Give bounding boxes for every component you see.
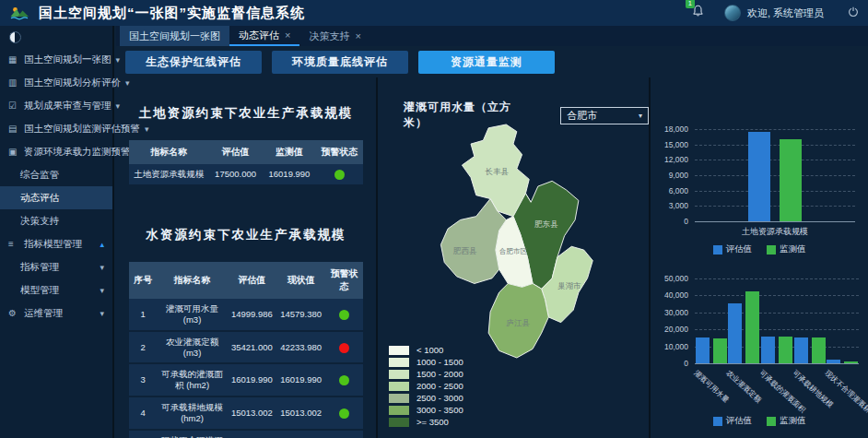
user-avatar[interactable] [724, 5, 741, 21]
gridline [695, 191, 855, 192]
tab-close-icon[interactable]: × [285, 30, 290, 41]
sidebar-item[interactable]: ▣资源环境承载力监测预警▴ [0, 140, 112, 163]
table-cell: 14999.986 [228, 299, 276, 331]
bar-评估值[interactable] [761, 337, 775, 363]
y-tick-label: 20,000 [651, 325, 688, 334]
chart-legend-item[interactable]: 评估值 [713, 415, 753, 427]
sidebar: ▦国土空间规划一张图▾▥国土空间规划分析评价▾☑规划成果审查与管理▾▤国土空间规… [0, 26, 114, 438]
button-resource-flux[interactable]: 资源通量监测 [418, 51, 555, 74]
bar-监测值[interactable] [844, 361, 858, 363]
legend-label: 监测值 [780, 415, 806, 427]
sidebar-item[interactable]: 动态评估 [0, 186, 112, 209]
legend-swatch [389, 394, 409, 403]
map-label: 庐江县 [506, 319, 530, 328]
gridline [695, 145, 855, 146]
bar-监测值[interactable] [779, 337, 792, 363]
tab-dynamic-assessment[interactable]: 动态评估 × [229, 26, 299, 46]
table-cell: 现状不合理灌溉耕地面积(hm2) [157, 430, 227, 438]
table-row: 5现状不合理灌溉耕地面积(hm2)2099.9991300.000 [129, 430, 363, 438]
chart-legend: 评估值监测值 [651, 243, 868, 255]
bar-监测值[interactable] [780, 139, 802, 221]
logout-power-icon[interactable] [848, 5, 859, 21]
notification-bell-icon[interactable]: 1 [692, 5, 704, 21]
sidebar-item[interactable]: ☑规划成果审查与管理▾ [0, 94, 112, 117]
tab-close-icon[interactable]: × [355, 30, 360, 41]
y-tick-label: 0 [651, 359, 688, 368]
legend-label: 评估值 [726, 415, 753, 427]
list-icon: ≡ [8, 239, 19, 249]
status-cell [325, 299, 363, 331]
gridline [695, 329, 859, 330]
sidebar-item[interactable]: 模型管理▾ [0, 278, 112, 302]
app-logo-icon [9, 6, 31, 21]
sidebar-collapse-toggle[interactable] [9, 31, 21, 43]
legend-item: 1500 - 2000 [389, 369, 463, 379]
legend-label: 监测值 [780, 243, 806, 255]
bar-评估值[interactable] [748, 132, 770, 221]
sidebar-item-label: 资源环境承载力监测预警 [24, 146, 131, 159]
table-cell: 土地资源承载规模 [129, 164, 208, 185]
tab-bar: 国土空间规划一张图 动态评估 × 决策支持 × [116, 26, 868, 46]
x-category-label: 土地资源承载规模 [710, 226, 839, 238]
table-cell: 15013.002 [228, 397, 276, 430]
y-tick-label: 0 [651, 217, 688, 226]
chart-legend-item[interactable]: 监测值 [767, 415, 806, 427]
table-cell: 1 [129, 299, 157, 331]
table-cell: 1300.000 [276, 430, 325, 438]
bar-评估值[interactable] [728, 303, 742, 363]
button-env-quality[interactable]: 环境质量底线评估 [272, 51, 408, 74]
top-header: 国土空间规划“一张图”实施监督信息系统 1 欢迎, 系统管理员 [0, 0, 868, 26]
chart-legend-item[interactable]: 评估值 [713, 243, 753, 255]
sidebar-item[interactable]: 指标管理▾ [0, 255, 112, 278]
chevron-down-icon: ▾ [639, 112, 642, 120]
tab-one-map[interactable]: 国土空间规划一张图 [120, 26, 229, 46]
table-cell: 14579.380 [276, 299, 325, 331]
table-row: 土地资源承载规模17500.00016019.990 [129, 164, 363, 185]
table-header-cell: 指标名称 [157, 262, 227, 299]
bar-评估值[interactable] [827, 360, 840, 363]
gear-icon: ⚙ [8, 308, 19, 318]
legend-swatch [389, 358, 409, 367]
page-title: 国土空间规划“一张图”实施监督信息系统 [39, 5, 305, 22]
bar-评估值[interactable] [696, 337, 710, 363]
chart-legend-item[interactable]: 监测值 [767, 243, 806, 255]
status-cell [325, 397, 363, 430]
table-cell: 灌溉可用水量 (m3) [157, 299, 227, 331]
y-tick-label: 12,000 [651, 155, 688, 164]
table-cell: 35421.000 [228, 331, 276, 364]
sub-tab-row: 生态保护红线评估 环境质量底线评估 资源通量监测 [116, 46, 868, 77]
legend-label: 1500 - 2000 [416, 369, 463, 379]
sidebar-item[interactable]: 决策支持 [0, 209, 112, 232]
legend-swatch [389, 382, 409, 391]
tab-decision-support[interactable]: 决策支持 × [299, 26, 369, 46]
table-cell: 农业灌溉定额 (m3) [157, 331, 227, 364]
app-window: 国土空间规划“一张图”实施监督信息系统 1 欢迎, 系统管理员 ▦国土空间规划一… [0, 0, 868, 438]
sidebar-item[interactable]: ⚙运维管理▾ [0, 302, 112, 325]
welcome-text: 欢迎, 系统管理员 [747, 6, 824, 20]
map-label: 合肥市区 [499, 247, 528, 255]
status-cell [325, 331, 363, 364]
layers-icon: ▣ [8, 147, 19, 157]
table-row: 1灌溉可用水量 (m3)14999.98614579.380 [129, 299, 363, 331]
legend-item: >= 3500 [389, 417, 463, 427]
table-cell: 4 [129, 397, 157, 430]
button-eco-redline[interactable]: 生态保护红线评估 [125, 51, 262, 74]
sidebar-item[interactable]: ▥国土空间规划分析评价▾ [0, 71, 112, 94]
bar-监测值[interactable] [812, 337, 826, 363]
status-green-dot [334, 170, 345, 180]
bar-监测值[interactable] [713, 338, 727, 363]
bar-监测值[interactable] [745, 291, 759, 363]
sidebar-item[interactable]: ▤国土空间规划监测评估预警▾ [0, 117, 112, 140]
legend-swatch [389, 370, 409, 379]
panel-map: 灌溉可用水量（立方米） 合肥市 ▾ 长丰县 肥东县 巢湖市 [376, 77, 649, 438]
bar-评估值[interactable] [794, 337, 808, 363]
main-content: 国土空间规划一张图 动态评估 × 决策支持 × 生态保护红线评估 环境质量底线评… [116, 26, 868, 438]
y-tick-label: 10,000 [651, 342, 688, 351]
map-region-feixi[interactable] [440, 199, 506, 284]
y-tick-label: 40,000 [651, 290, 688, 300]
table-header-cell: 监测值 [263, 140, 316, 164]
sidebar-item[interactable]: 综合监管 [0, 163, 112, 186]
y-tick-label: 6,000 [651, 186, 688, 195]
sidebar-item[interactable]: ≡指标模型管理▴ [0, 232, 112, 255]
sidebar-item[interactable]: ▦国土空间规划一张图▾ [0, 48, 112, 71]
